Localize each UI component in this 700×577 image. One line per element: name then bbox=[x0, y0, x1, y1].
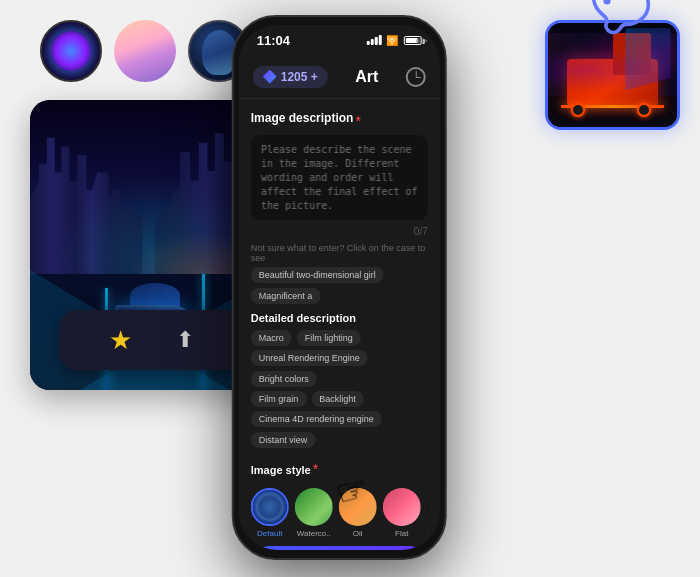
style-circle-flat bbox=[383, 488, 421, 526]
suggestion-chips: Beautiful two-dimensional girl Magnifice… bbox=[251, 267, 428, 304]
favorite-button[interactable]: ★ bbox=[100, 320, 140, 360]
description-textarea[interactable] bbox=[251, 135, 428, 220]
phone-header: 1205 + Art bbox=[239, 55, 440, 99]
suggestion-prompt: Not sure what to enter? Click on the cas… bbox=[251, 243, 428, 263]
palette-icon-container bbox=[580, 0, 670, 50]
style-circle-default bbox=[251, 488, 289, 526]
style-watercolor[interactable]: Waterco.. bbox=[295, 488, 333, 538]
history-icon[interactable] bbox=[406, 67, 426, 87]
chip-film-grain[interactable]: Film grain bbox=[251, 391, 307, 407]
chip-cinema4d[interactable]: Cinema 4D rendering engine bbox=[251, 411, 382, 427]
detail-label: Detailed description bbox=[251, 312, 428, 324]
page-title: Art bbox=[355, 68, 378, 86]
chip-bright-colors[interactable]: Bright colors bbox=[251, 371, 317, 387]
style-label: Image style bbox=[251, 464, 311, 476]
svg-point-11 bbox=[603, 0, 610, 5]
style-flat[interactable]: Flat bbox=[383, 488, 421, 538]
style-name-default: Default bbox=[257, 529, 282, 538]
detail-chips-row3: Film grain Backlight bbox=[251, 391, 428, 407]
star-icon: ★ bbox=[109, 325, 132, 356]
style-name-watercolor: Waterco.. bbox=[297, 529, 331, 538]
chip-unreal[interactable]: Unreal Rendering Engine bbox=[251, 350, 368, 366]
chip-backlight[interactable]: Backlight bbox=[311, 391, 364, 407]
style-required-dot: * bbox=[313, 461, 318, 477]
credits-badge[interactable]: 1205 + bbox=[253, 66, 328, 88]
detail-chips-row2: Unreal Rendering Engine Bright colors bbox=[251, 350, 428, 387]
generate-button[interactable]: Generate bbox=[251, 546, 428, 550]
description-label: Image description bbox=[251, 111, 354, 125]
status-time: 11:04 bbox=[257, 33, 290, 48]
right-section bbox=[545, 20, 680, 130]
required-dot: * bbox=[355, 113, 360, 129]
thumbnail-pink-sky[interactable] bbox=[114, 20, 176, 82]
style-name-flat: Flat bbox=[395, 529, 408, 538]
wifi-icon: 🛜 bbox=[386, 35, 398, 46]
style-default[interactable]: Default bbox=[251, 488, 289, 538]
share-icon: ⬆ bbox=[176, 327, 194, 353]
style-circle-photo bbox=[427, 488, 428, 526]
chip-distant[interactable]: Distant view bbox=[251, 432, 316, 448]
signal-icon bbox=[367, 35, 382, 45]
diamond-icon bbox=[263, 70, 277, 84]
thumbnail-galaxy[interactable] bbox=[40, 20, 102, 82]
style-photo[interactable]: Photogra.. bbox=[427, 488, 428, 538]
description-section: Image description * ✏ 0/7 bbox=[251, 111, 428, 237]
style-name-oil: Oil bbox=[353, 529, 363, 538]
credits-text: 1205 + bbox=[281, 70, 318, 84]
phone-screen: 11:04 🛜 1205 + Art bbox=[239, 25, 440, 550]
palette-icon bbox=[580, 0, 670, 46]
share-button[interactable]: ⬆ bbox=[165, 320, 205, 360]
detail-chips-row4: Cinema 4D rendering engine Distant view bbox=[251, 411, 428, 448]
chip-macro[interactable]: Macro bbox=[251, 330, 292, 346]
suggestion-chip-1[interactable]: Beautiful two-dimensional girl bbox=[251, 267, 384, 283]
chip-film-lighting[interactable]: Film lighting bbox=[297, 330, 361, 346]
status-icons: 🛜 bbox=[367, 35, 422, 46]
style-circle-watercolor bbox=[295, 488, 333, 526]
suggestion-chip-2[interactable]: Magnificent a bbox=[251, 288, 321, 304]
char-count: 0/7 bbox=[251, 226, 428, 237]
status-bar: 11:04 🛜 bbox=[239, 25, 440, 55]
detail-chips-row1: Macro Film lighting bbox=[251, 330, 428, 346]
